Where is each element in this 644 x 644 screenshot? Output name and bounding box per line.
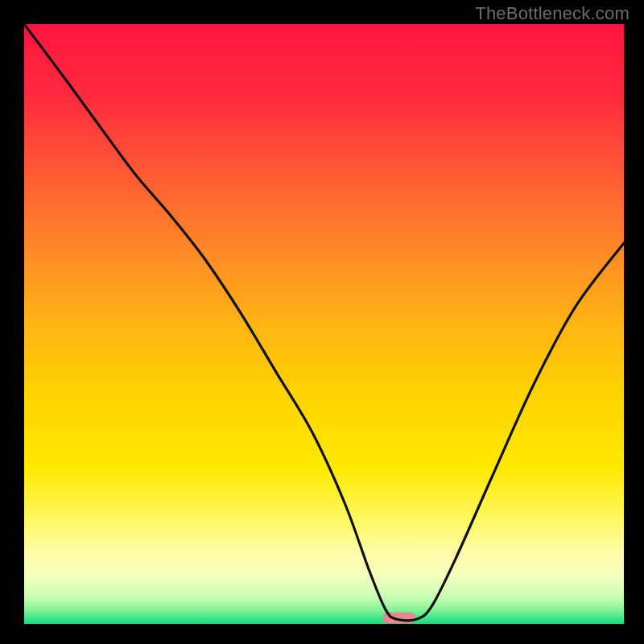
chart-svg (0, 0, 644, 644)
watermark-text: TheBottleneck.com (475, 3, 630, 24)
gradient-background (24, 24, 624, 624)
bottleneck-chart: TheBottleneck.com (0, 0, 644, 644)
